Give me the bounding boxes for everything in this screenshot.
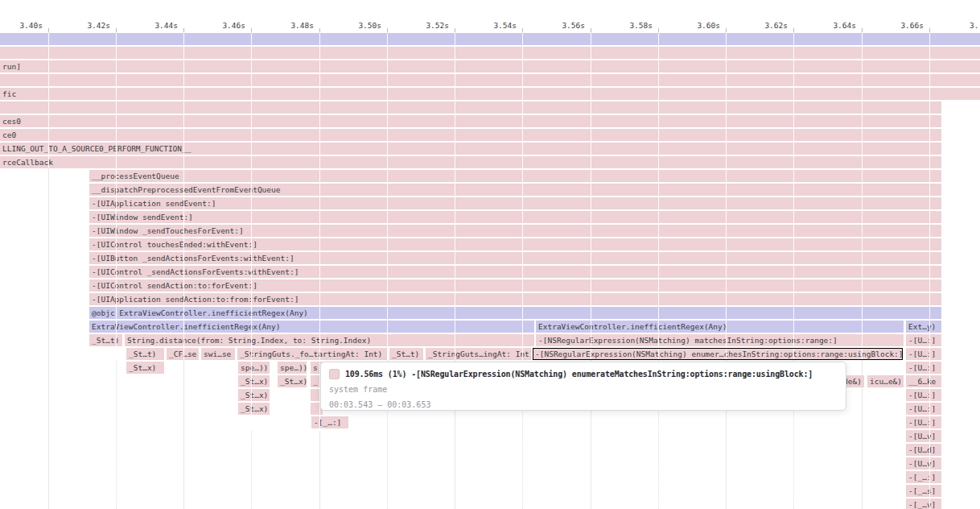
flame-bar[interactable]: -[UIWindow _sendTouchesForEvent:] xyxy=(89,225,941,237)
flame-bar[interactable]: _St…t) xyxy=(389,348,423,360)
time-label: 3.48s xyxy=(290,21,314,30)
flame-bar[interactable]: _St…t) xyxy=(126,348,164,360)
flame-bar[interactable]: -[UIWindow sendEvent:] xyxy=(89,211,941,223)
ruler-tick xyxy=(862,28,863,32)
flame-bar[interactable] xyxy=(0,47,980,59)
ruler-tick xyxy=(116,28,117,32)
flame-bar[interactable]: spe…)) xyxy=(238,362,270,374)
flame-bar[interactable] xyxy=(0,101,941,114)
flame-bar[interactable]: -[UIButton _sendActionsForEvents:withEve… xyxy=(89,252,941,264)
flame-bar[interactable]: _St…x) xyxy=(278,375,307,387)
time-label: 3.64s xyxy=(833,21,856,30)
flame-bar[interactable]: _St…x) xyxy=(238,389,270,401)
flame-bar[interactable] xyxy=(0,33,980,45)
gridline-overlay xyxy=(793,33,794,360)
gridline-overlay xyxy=(387,33,388,360)
flame-bar[interactable]: run] xyxy=(0,60,980,72)
gridline-overlay xyxy=(726,33,727,360)
flame-bar[interactable]: -[_…s] xyxy=(906,485,941,497)
gridline-overlay xyxy=(48,33,49,168)
flame-bar[interactable]: ExtraViewController.inefficientRegex(Any… xyxy=(89,321,534,333)
flame-bar[interactable]: ces0 xyxy=(0,115,941,127)
flame-bar[interactable]: -[U…v] xyxy=(906,430,941,442)
flame-bar[interactable]: -[UIControl touchesEnded:withEvent:] xyxy=(89,238,941,250)
tooltip: 109.56ms (1%) -[NSRegularExpression(NSMa… xyxy=(320,362,846,411)
gridline-overlay xyxy=(183,33,184,360)
ruler-tick xyxy=(183,28,184,32)
gridline-overlay xyxy=(251,360,252,431)
flame-bar[interactable]: __processEventQueue xyxy=(89,170,941,182)
flame-bar[interactable]: fic xyxy=(0,88,980,100)
flame-bar[interactable]: -[U…:] xyxy=(906,416,941,428)
gridline-overlay xyxy=(116,33,117,360)
time-label: 3.54s xyxy=(493,21,517,30)
flame-bar[interactable]: _St…t) xyxy=(89,334,122,346)
time-label: 3.50s xyxy=(358,21,381,30)
flame-bar[interactable]: __6…ke xyxy=(906,375,941,387)
ruler-tick xyxy=(726,28,727,32)
time-label: 3.42s xyxy=(87,21,110,30)
time-label-partial: 3. xyxy=(970,21,978,30)
ruler-tick xyxy=(387,28,388,32)
flame-bar[interactable]: _StringGuts…ingAt: Int) xyxy=(426,348,531,360)
flame-bar[interactable]: -[UIControl _sendActionsForEvents:withEv… xyxy=(89,266,941,278)
flame-bar[interactable]: -[UIApplication sendAction:to:from:forEv… xyxy=(89,293,941,305)
selected-frame-outline xyxy=(533,348,903,360)
flame-bar[interactable]: LLING_OUT_TO_A_SOURCE0_PERFORM_FUNCTION_… xyxy=(0,143,941,155)
flame-bar[interactable]: _CF…se xyxy=(167,348,199,360)
ruler-tick xyxy=(658,28,659,32)
tooltip-title: 109.56ms (1%) -[NSRegularExpression(NSMa… xyxy=(345,370,813,379)
ruler-tick xyxy=(591,28,591,32)
flame-bar[interactable]: -[U…:] xyxy=(906,334,941,346)
flame-bar[interactable]: -[UIApplication sendEvent:] xyxy=(89,197,941,209)
flame-bar[interactable]: spe…)) xyxy=(278,362,307,374)
gridline-overlay xyxy=(591,33,591,360)
flame-bar[interactable]: rceCallback xyxy=(0,156,941,168)
time-label: 3.62s xyxy=(764,21,788,30)
flame-chart[interactable]: run]ficces0ce0LLING_OUT_TO_A_SOURCE0_PER… xyxy=(0,0,980,509)
flame-bar[interactable]: icu…e&) xyxy=(867,375,904,387)
flame-bar[interactable]: _St…x) xyxy=(238,403,270,415)
gridline-overlay xyxy=(319,33,320,360)
tooltip-color-swatch xyxy=(329,369,340,379)
flame-bar[interactable] xyxy=(0,74,980,86)
flame-bar[interactable]: -[UIControl sendAction:to:forEvent:] xyxy=(89,279,941,292)
gridline-overlay xyxy=(862,33,863,360)
flame-bar[interactable]: _St…x) xyxy=(126,362,164,374)
gridline-overlay xyxy=(522,33,523,360)
flame-bar[interactable]: _St…x) xyxy=(238,375,270,387)
flame-bar[interactable]: @objc ExtraViewController.inefficientReg… xyxy=(89,307,941,319)
time-label: 3.44s xyxy=(154,21,178,30)
tooltip-frame-kind: system frame xyxy=(329,383,838,395)
flame-bar[interactable]: swi…se xyxy=(201,348,235,360)
ruler-tick xyxy=(251,28,252,32)
time-label: 3.46s xyxy=(222,21,245,30)
time-label: 3.66s xyxy=(900,21,924,30)
gridline-overlay xyxy=(251,33,252,360)
flame-bar[interactable]: -[_…:] xyxy=(906,471,941,483)
flame-bar[interactable]: -[U…:] xyxy=(906,362,941,374)
flame-bar[interactable]: String.distance(from: String.Index, to: … xyxy=(125,334,534,346)
ruler-tick xyxy=(522,28,523,32)
flame-bar[interactable]: -[U…v] xyxy=(906,457,941,470)
ruler-tick xyxy=(48,28,49,32)
time-ruler[interactable]: 3.40s3.42s3.44s3.46s3.48s3.50s3.52s3.54s… xyxy=(0,0,980,32)
time-label: 3.40s xyxy=(19,21,43,30)
gridline-overlay xyxy=(455,33,455,360)
ruler-tick xyxy=(319,28,320,32)
flame-bar[interactable]: ce0 xyxy=(0,129,941,141)
flame-bar[interactable]: -[U…:] xyxy=(906,403,941,415)
flame-bar[interactable]: __dispatchPreprocessedEventFromEventQueu… xyxy=(89,184,941,196)
gridline-overlay xyxy=(658,33,659,360)
tooltip-time-range: 00:03.543 — 00:03.653 xyxy=(329,399,838,411)
flame-bar[interactable]: -[_…:] xyxy=(311,416,348,428)
time-label: 3.58s xyxy=(629,21,653,30)
ruler-tick xyxy=(455,28,455,32)
time-label: 3.60s xyxy=(697,21,720,30)
flame-bar[interactable]: -[U…d] xyxy=(906,444,941,456)
flame-bar[interactable]: Ext…y) xyxy=(906,321,941,333)
flame-bar[interactable]: -[U…:] xyxy=(906,348,941,360)
flame-bar[interactable]: -[_…v] xyxy=(906,499,941,509)
flame-bar[interactable]: -[U…:] xyxy=(906,389,941,401)
flame-bar[interactable]: _StringGuts._fo…tartingAt: Int) xyxy=(237,348,387,360)
